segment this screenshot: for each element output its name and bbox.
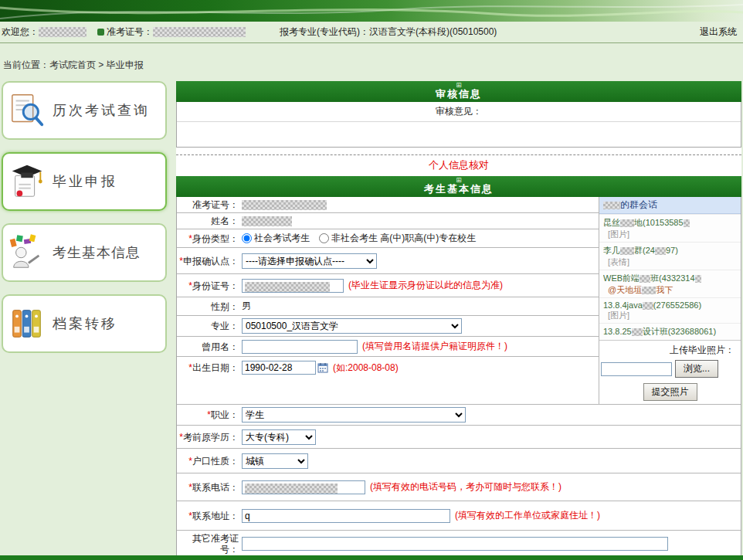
basic-info-header: ⊞ 考生基本信息 xyxy=(176,176,741,197)
radio-label: 社会考试考生 xyxy=(254,232,310,245)
non-social-candidate-radio[interactable] xyxy=(319,233,329,243)
review-info-header: ⊞ 审核信息 xyxy=(176,81,741,102)
redacted xyxy=(640,275,650,283)
address-label: *联系地址： xyxy=(177,511,239,521)
name-label: 姓名： xyxy=(177,216,239,226)
basic-info-title: 考生基本信息 xyxy=(424,183,494,195)
review-opinion-label: 审核意见： xyxy=(177,102,741,122)
redacted-exam-id-value xyxy=(242,200,327,210)
breadcrumb-separator: > xyxy=(96,59,107,70)
breadcrumb-prefix: 当前位置： xyxy=(3,59,49,70)
review-box: 审核意见： xyxy=(176,102,741,148)
sidebar-item-label: 历次考试查询 xyxy=(53,101,150,120)
row-gender: 性别： 男 xyxy=(177,297,599,316)
banner-waves-decoration xyxy=(0,0,743,22)
former-name-hint: (填写曾用名请提供户籍证明原件！) xyxy=(362,340,507,353)
address-input[interactable] xyxy=(242,509,450,523)
footer-strip xyxy=(0,555,743,560)
row-identity-type: *身份类型： 社会考试考生 非社会考生 高(中)职高(中)专在校生 xyxy=(177,229,599,248)
person-chart-icon xyxy=(8,233,46,272)
row-exam-id: 准考证号： xyxy=(177,197,599,213)
prior-education-label: *考前原学历： xyxy=(177,432,239,443)
review-info-title: 审核信息 xyxy=(436,88,482,100)
breadcrumb-current: 毕业申报 xyxy=(107,59,144,70)
redacted xyxy=(684,219,690,227)
sidebar-item-archive-transfer[interactable]: 档案转移 xyxy=(2,294,167,353)
calendar-icon[interactable] xyxy=(317,362,328,373)
browse-button[interactable]: 浏览... xyxy=(675,360,718,378)
page-layout: 历次考试查询 毕业申报 xyxy=(0,81,743,560)
phone-label: *联系电话： xyxy=(177,482,239,493)
other-exam-ids-label: 其它准考证号： xyxy=(177,533,239,555)
sidebar-item-label: 考生基本信息 xyxy=(53,243,141,262)
chat-item: 13.8.4java(276552586) [图片] xyxy=(599,297,741,323)
gender-label: 性别： xyxy=(177,301,239,312)
row-other-exam-ids: 其它准考证号： xyxy=(177,531,741,557)
graduation-cap-icon xyxy=(8,162,46,201)
radio-non-social-candidate[interactable]: 非社会考生 高(中)职高(中)专在校生 xyxy=(319,232,476,245)
photo-file-path-input[interactable] xyxy=(601,362,672,376)
confirm-point-select[interactable]: ----请选择申报确认点---- xyxy=(242,253,377,269)
breadcrumb-home-link[interactable]: 考试院首页 xyxy=(49,59,96,70)
personal-info-check-title: 个人信息核对 xyxy=(176,155,741,176)
sidebar-item-exam-history[interactable]: 历次考试查询 xyxy=(2,81,167,140)
welcome-label: 欢迎您： xyxy=(2,25,39,39)
birth-date-hint: (如:2008-08-08) xyxy=(333,361,399,375)
chat-item: 13.8.25设计班(323688061) xyxy=(599,323,741,339)
row-prior-education: *考前原学历： 大专(专科) xyxy=(177,426,741,449)
breadcrumb: 当前位置：考试院首页 > 毕业申报 xyxy=(0,43,743,72)
sidebar-item-graduation-apply[interactable]: 毕业申报 xyxy=(2,152,167,211)
birth-date-input[interactable] xyxy=(242,361,316,375)
redacted-phone xyxy=(245,484,338,494)
sidebar-item-label: 毕业申报 xyxy=(53,172,117,191)
redacted xyxy=(642,287,656,294)
social-candidate-radio[interactable] xyxy=(242,233,252,243)
row-birth-date: *出生日期： (如:2008-08-08) xyxy=(177,357,599,378)
redacted xyxy=(643,302,653,310)
birth-date-label: *出生日期： xyxy=(177,362,239,373)
major-info: 报考专业(专业代码)：汉语言文学(本科段)(05010500) xyxy=(280,25,497,39)
basic-info-form: 准考证号： 姓名： *身份类型： 社会考试考生 xyxy=(176,197,741,560)
row-former-name: 曾用名： (填写曾用名请提供户籍证明原件！) xyxy=(177,337,599,357)
upload-photo-label: 上传毕业照片： xyxy=(599,341,741,358)
submit-photo-button[interactable]: 提交照片 xyxy=(643,383,697,401)
exam-id-label: 准考证号： xyxy=(177,199,239,210)
confirm-point-label: *申报确认点： xyxy=(177,256,239,266)
redacted xyxy=(603,202,620,209)
prior-education-select[interactable]: 大专(专科) xyxy=(242,429,316,445)
chat-item: WEB前端班(4332314 @天地垣我下 xyxy=(599,270,741,297)
household-type-select[interactable]: 城镇 xyxy=(242,453,308,469)
file-binders-icon xyxy=(8,304,46,343)
sidebar-item-basic-info[interactable]: 考生基本信息 xyxy=(2,223,167,282)
redacted-username xyxy=(39,27,87,37)
redacted-exam-id xyxy=(153,27,246,37)
other-exam-ids-input[interactable] xyxy=(242,537,668,551)
radio-label: 非社会考生 高(中)职高(中)专在校生 xyxy=(331,232,476,245)
redacted-id-number xyxy=(245,282,330,292)
top-banner xyxy=(0,0,743,22)
photo-upload-panel: 的群会话 昆丝地(10153585 [图片] 李几群(2497) [表情] WE… xyxy=(599,197,741,404)
row-occupation: *职业： 学生 xyxy=(177,405,741,426)
identity-type-label: *身份类型： xyxy=(177,233,239,244)
photo-preview-image: 的群会话 昆丝地(10153585 [图片] 李几群(2497) [表情] WE… xyxy=(599,197,741,341)
major-select[interactable]: 05010500_汉语言文学 xyxy=(242,318,462,334)
row-household-type: *户口性质： 城镇 xyxy=(177,449,741,473)
account-info-bar: 欢迎您： 准考证号： 报考专业(专业代码)：汉语言文学(本科段)(0501050… xyxy=(0,22,743,43)
row-major: 专业： 05010500_汉语言文学 xyxy=(177,316,599,337)
review-opinion-content xyxy=(177,122,741,147)
row-confirm-point: *申报确认点： ----请选择申报确认点---- xyxy=(177,248,599,274)
gender-value: 男 xyxy=(242,300,251,313)
logout-link[interactable]: 退出系统 xyxy=(700,25,737,39)
occupation-select[interactable]: 学生 xyxy=(242,407,466,423)
radio-social-candidate[interactable]: 社会考试考生 xyxy=(242,232,310,245)
major-label: 专业： xyxy=(177,321,239,331)
redacted xyxy=(620,247,634,255)
former-name-input[interactable] xyxy=(242,340,358,354)
search-document-icon xyxy=(8,91,46,130)
redacted xyxy=(632,328,643,336)
former-name-label: 曾用名： xyxy=(177,341,239,352)
redacted-name-value xyxy=(242,216,292,226)
address-hint: (填写有效的工作单位或家庭住址！) xyxy=(455,509,600,522)
chat-item: 李几群(2497) [表情] xyxy=(599,242,741,270)
chat-item: 昆丝地(10153585 [图片] xyxy=(599,214,741,242)
